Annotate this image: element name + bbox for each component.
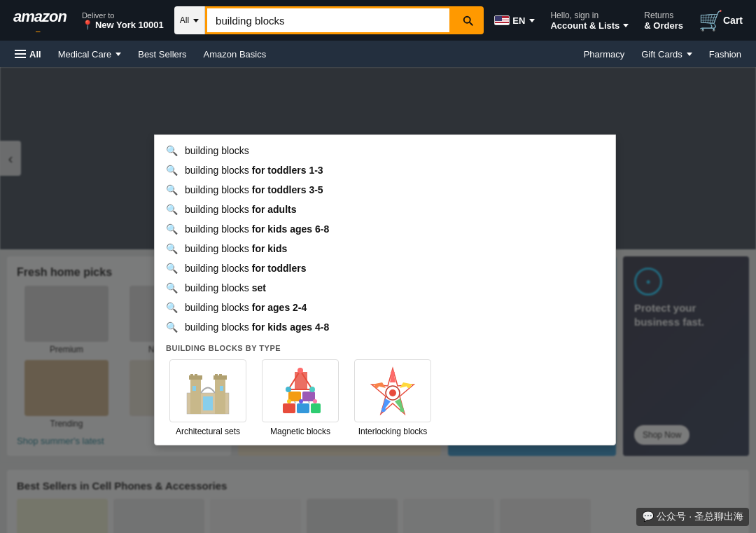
nav-amazon-basics[interactable]: Amazon Basics [196,44,274,64]
search-suggestion-icon: 🔍 [166,223,178,235]
search-input[interactable] [205,6,451,34]
suggestion-set[interactable]: 🔍 building blocks set [155,278,615,298]
suggestion-kids-4-8[interactable]: 🔍 building blocks for kids ages 4-8 [155,317,615,337]
search-bar: All [174,6,484,34]
nav-gift-cards-label: Gift Cards [641,49,682,60]
search-suggestion-icon: 🔍 [166,145,178,156]
watermark-text: 公众号 · 圣总聊出海 [657,511,743,522]
suggestion-for-toddlers[interactable]: 🔍 building blocks for toddlers [155,258,615,278]
account-chevron-icon [623,24,629,27]
suggestion-text: building blocks for kids ages 4-8 [185,321,329,333]
category-label: All [180,15,189,25]
nav-best-sellers[interactable]: Best Sellers [130,44,194,64]
svg-rect-14 [311,403,321,413]
nav-all-menu[interactable]: All [7,44,49,64]
suggestion-for-kids[interactable]: 🔍 building blocks for kids [155,239,615,258]
magnetic-card-image [262,359,339,422]
suggestion-toddlers-1-3[interactable]: 🔍 building blocks for toddlers 1-3 [155,160,615,180]
search-suggestion-icon: 🔍 [166,165,178,176]
medical-care-chevron-icon [115,53,121,56]
search-category-dropdown[interactable]: All [174,6,205,34]
interlocking-card-image [354,359,431,422]
deliver-label: Deliver to [82,11,164,20]
returns-orders[interactable]: Returns & Orders [639,7,688,34]
header: amazon ̲̲̲̲̲̲ Deliver to 📍 New York 1000… [0,0,756,41]
main-content: ‹ Fresh home picks Premium New arrivals [0,67,756,533]
magnetic-svg [269,365,332,417]
type-card-architectural[interactable]: Architectural sets [166,359,250,436]
suggestion-building-blocks[interactable]: 🔍 building blocks [155,141,615,160]
by-type-label: BUILDING BLOCKS BY TYPE [166,344,604,352]
nav-fashion[interactable]: Fashion [701,44,749,64]
svg-rect-6 [220,386,223,391]
suggestion-text: building blocks for toddlers 1-3 [185,165,323,176]
suggestion-kids-6-8[interactable]: 🔍 building blocks for kids ages 6-8 [155,219,615,239]
hamburger-icon [15,50,26,58]
svg-point-25 [299,399,303,403]
nav-pharmacy[interactable]: Pharmacy [576,44,633,64]
svg-point-35 [391,371,395,375]
suggestion-text: building blocks for kids [185,243,287,254]
lang-selector[interactable]: EN [489,12,540,29]
svg-point-39 [374,384,379,388]
magnetic-label: Magnetic blocks [270,427,330,436]
orders-label: & Orders [644,20,683,31]
search-icon [461,14,474,27]
architectural-label: Architectural sets [176,427,240,436]
cart-label: Cart [723,15,743,26]
suggestion-toddlers-3-5[interactable]: 🔍 building blocks for toddlers 3-5 [155,180,615,200]
suggestion-text: building blocks for toddlers [185,263,307,274]
nav-medical-care[interactable]: Medical Care [50,44,130,64]
type-card-magnetic[interactable]: Magnetic blocks [258,359,342,436]
svg-point-38 [382,408,386,412]
amazon-logo-text: amazon [13,9,66,25]
svg-rect-1 [190,379,201,414]
suggestion-text: building blocks for kids ages 6-8 [185,223,329,235]
chevron-down-icon [193,19,199,22]
search-suggestion-icon: 🔍 [166,263,178,274]
search-dropdown: 🔍 building blocks 🔍 building blocks for … [154,134,616,445]
gift-cards-chevron-icon [687,53,692,56]
deliver-to[interactable]: Deliver to 📍 New York 10001 [77,8,169,34]
svg-rect-10 [215,374,218,376]
location-line: 📍 New York 10001 [82,20,164,30]
nav-fashion-label: Fashion [709,49,741,60]
suggestion-ages-2-4[interactable]: 🔍 building blocks for ages 2-4 [155,298,615,317]
svg-point-34 [389,389,396,396]
cart-button[interactable]: 🛒 Cart [694,6,748,36]
svg-point-22 [309,387,315,392]
suggestion-text: building blocks set [185,282,266,293]
by-type-section: BUILDING BLOCKS BY TYPE [155,337,615,439]
account-area[interactable]: Hello, sign in Account & Lists [545,7,634,34]
svg-rect-11 [219,374,222,376]
account-label: Account & Lists [550,20,629,31]
watermark: 💬 公众号 · 圣总聊出海 [636,508,749,526]
svg-rect-16 [302,392,315,401]
nav-gift-cards[interactable]: Gift Cards [634,44,700,64]
suggestion-text: building blocks [185,145,249,156]
nav-bar: All Medical Care Best Sellers Amazon Bas… [0,41,756,67]
search-suggestion-icon: 🔍 [166,243,178,254]
returns-label: Returns [644,11,683,20]
architectural-svg [176,365,239,417]
suggestion-text: building blocks for ages 2-4 [185,302,307,313]
svg-line-19 [309,401,309,403]
nav-medical-care-label: Medical Care [58,49,112,60]
svg-rect-2 [215,379,225,414]
search-suggestion-icon: 🔍 [166,184,178,195]
search-suggestion-icon: 🔍 [166,282,178,293]
search-button[interactable] [451,6,484,34]
svg-rect-12 [283,403,295,413]
amazon-logo[interactable]: amazon ̲̲̲̲̲̲ [8,6,71,36]
svg-point-26 [313,399,317,403]
account-greeting: Hello, sign in [550,11,629,20]
svg-point-21 [298,368,303,373]
suggestion-for-adults[interactable]: 🔍 building blocks for adults [155,200,615,219]
type-card-interlocking[interactable]: Interlocking blocks [351,359,435,436]
svg-point-36 [407,384,411,388]
architectural-card-image [169,359,246,422]
suggestion-text: building blocks for toddlers 3-5 [185,184,323,195]
lang-chevron-icon [529,19,535,22]
lang-label: EN [512,15,525,26]
svg-rect-8 [190,374,193,376]
